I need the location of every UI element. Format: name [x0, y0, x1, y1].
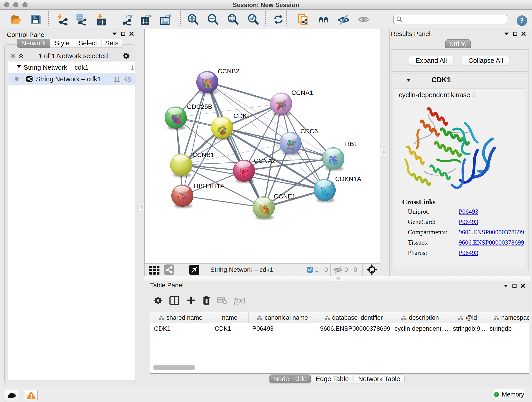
- column-header-name[interactable]: name: [211, 313, 249, 323]
- network-status-dot-icon: [15, 77, 19, 81]
- zoom-selected-icon[interactable]: [247, 13, 259, 26]
- node-label: HIST1H1A: [194, 182, 225, 190]
- table-horizontal-scrollbar[interactable]: [152, 365, 527, 370]
- memory-label: Memory: [502, 391, 524, 398]
- new-network-icon[interactable]: [121, 13, 133, 26]
- float-panel-icon[interactable]: [504, 32, 509, 35]
- warnings-button[interactable]: [25, 390, 38, 401]
- cloud-button[interactable]: [5, 390, 18, 401]
- maximize-panel-icon[interactable]: [513, 32, 517, 36]
- table-tab-node-table[interactable]: Node Table: [269, 375, 311, 383]
- float-panel-icon[interactable]: [112, 32, 117, 35]
- float-panel-icon[interactable]: [503, 284, 508, 287]
- show-all-houses-icon[interactable]: [317, 13, 329, 26]
- control-tab-style[interactable]: Style: [50, 39, 74, 48]
- network-node-CDC25B[interactable]: CDC25B: [165, 103, 212, 130]
- splitter-grip[interactable]: [380, 149, 387, 155]
- close-panel-icon[interactable]: [521, 32, 526, 36]
- grid-view-icon[interactable]: [149, 264, 160, 275]
- open-view-in-window-icon[interactable]: [189, 265, 199, 275]
- selected-checkbox-icon[interactable]: [307, 267, 313, 273]
- memory-button[interactable]: Memory: [493, 389, 525, 400]
- maximize-panel-icon[interactable]: [121, 32, 125, 36]
- delete-column-trash-icon[interactable]: [202, 296, 210, 305]
- crosslink-link[interactable]: 9606.ENSP00000378699: [459, 239, 524, 246]
- table-cell[interactable]: P06493: [249, 323, 317, 334]
- network-row[interactable]: String Network – cdk1 11 48: [8, 73, 136, 85]
- zoom-in-icon[interactable]: [187, 13, 199, 26]
- splitter-grip[interactable]: [335, 275, 341, 281]
- splitter-grip[interactable]: [138, 204, 145, 210]
- crosslink-link[interactable]: P06493: [459, 249, 478, 256]
- network-view-share-icon[interactable]: [164, 264, 174, 275]
- help-icon[interactable]: ?: [517, 15, 527, 26]
- network-options-gear-icon[interactable]: [122, 52, 130, 60]
- table-row[interactable]: CDK1CDK1P064939606.ENSP00000378699cyclin…: [150, 323, 529, 334]
- zoom-fit-icon[interactable]: [227, 13, 239, 26]
- network-node-CDKN1A[interactable]: CDKN1A: [314, 175, 361, 202]
- collapse-all-networks-icon[interactable]: [10, 53, 16, 59]
- function-builder-icon[interactable]: f(x): [234, 296, 245, 305]
- close-panel-icon[interactable]: [129, 32, 134, 36]
- collection-expand-triangle-icon[interactable]: [17, 65, 21, 68]
- network-node-CCNA2[interactable]: CCNA2: [233, 157, 276, 183]
- table-cell[interactable]: stringdb:9...: [449, 323, 486, 334]
- column-header-canonical-name[interactable]: canonical name: [249, 313, 317, 323]
- maximize-panel-icon[interactable]: [512, 284, 517, 288]
- expand-all-button[interactable]: Expand All: [409, 56, 453, 65]
- table-cell[interactable]: 9606.ENSP00000378699: [317, 323, 391, 334]
- delete-table-icon[interactable]: [217, 296, 227, 305]
- save-session-icon[interactable]: [30, 13, 42, 26]
- export-table-icon[interactable]: [140, 13, 152, 26]
- netbar-separator: [362, 264, 363, 276]
- network-canvas[interactable]: CCNB2CCNA1CDC25BCDK1CDC6RB1CCNB1CCNA2CDK…: [144, 29, 380, 263]
- gene-collapse-triangle-icon[interactable]: [406, 78, 411, 82]
- network-node-HIST1H1A[interactable]: HIST1H1A: [171, 182, 225, 208]
- results-tab-string[interactable]: String: [445, 39, 471, 48]
- table-settings-gear-icon[interactable]: [153, 296, 163, 305]
- control-tab-select[interactable]: Select: [74, 39, 102, 48]
- column-header-namespace[interactable]: namespace: [486, 313, 529, 323]
- network-edge[interactable]: [207, 82, 281, 104]
- hide-selected-eye-icon[interactable]: [338, 13, 350, 26]
- refresh-icon[interactable]: [272, 13, 284, 26]
- table-cell[interactable]: CDK1: [150, 323, 211, 334]
- show-eye-icon[interactable]: [358, 13, 370, 26]
- zoom-out-icon[interactable]: [207, 13, 219, 26]
- network-collection-row[interactable]: String Network – cdk1 1: [8, 61, 136, 73]
- table-cell[interactable]: CDK1: [211, 323, 249, 334]
- birds-eye-view-icon[interactable]: [367, 264, 377, 275]
- table-tab-network-table[interactable]: Network Table: [354, 375, 405, 383]
- expand-all-networks-icon[interactable]: [18, 53, 24, 59]
- table-tab-edge-table[interactable]: Edge Table: [312, 375, 352, 383]
- crosslink-link[interactable]: P06493: [459, 218, 478, 225]
- clone-network-icon[interactable]: [298, 13, 310, 26]
- crosslink-link[interactable]: P06493: [459, 208, 478, 215]
- table-cell[interactable]: cyclin-dependent ...: [391, 323, 449, 334]
- add-column-icon[interactable]: [186, 296, 196, 305]
- control-tab-network[interactable]: Network: [17, 39, 50, 48]
- open-session-icon[interactable]: [11, 13, 22, 26]
- collapse-all-button[interactable]: Collapse All: [462, 56, 510, 65]
- column-header-database-identifier[interactable]: database identifier: [317, 313, 391, 323]
- network-node-count: 11: [114, 76, 120, 83]
- column-header-description[interactable]: description: [391, 313, 449, 323]
- split-columns-icon[interactable]: [169, 296, 179, 305]
- column-header-shared-name[interactable]: shared name: [150, 313, 211, 323]
- scrollbar-thumb[interactable]: [153, 365, 195, 370]
- import-network-database-icon[interactable]: [75, 13, 87, 26]
- export-image-icon[interactable]: [160, 13, 172, 26]
- network-node-CCNA1[interactable]: CCNA1: [270, 89, 313, 116]
- crosslink-link[interactable]: 9606.ENSP00000378699: [459, 229, 524, 236]
- control-tab-sets[interactable]: Sets: [102, 39, 122, 48]
- network-node-RB1[interactable]: RB1: [322, 140, 357, 171]
- network-node-CDC6[interactable]: CDC6: [279, 128, 318, 155]
- hidden-eye-slash-icon[interactable]: [333, 266, 342, 274]
- table-cell[interactable]: stringdb: [486, 323, 529, 334]
- search-box[interactable]: [393, 15, 507, 24]
- column-header--id[interactable]: @id: [449, 313, 486, 323]
- close-panel-icon[interactable]: [520, 283, 525, 288]
- import-table-icon[interactable]: [95, 13, 107, 26]
- import-network-file-icon[interactable]: [57, 13, 69, 26]
- control-panel-title: Control Panel: [7, 31, 46, 38]
